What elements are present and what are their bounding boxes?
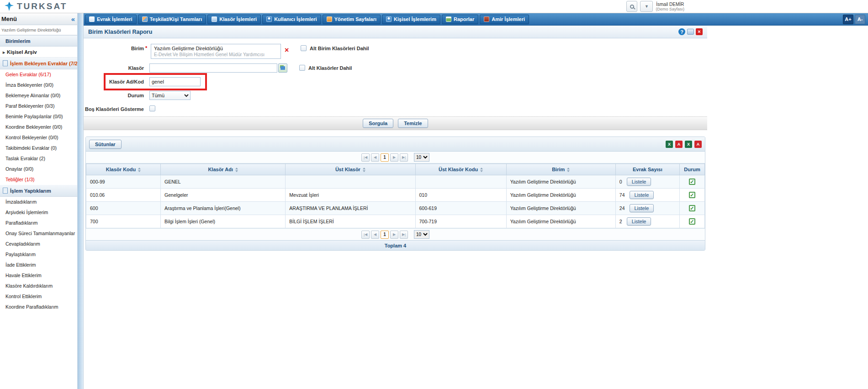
tab-amir-islemleri[interactable]: Amir İşlemleri	[480, 15, 529, 24]
sidebar-item-cevapladiklarim[interactable]: Cevapladıklarım	[0, 239, 77, 249]
last-page-button[interactable]: ▶|	[400, 231, 408, 239]
first-page-button[interactable]: |◀	[361, 231, 370, 239]
results-panel: Sütunlar X A X A |◀ ◀ 1 ▶ ▶|	[85, 137, 705, 251]
page-size-select[interactable]: 10	[414, 230, 429, 239]
user-menu-dropdown[interactable]: ▼	[640, 1, 653, 12]
tab-kisisel-islemlerim[interactable]: Kişisel İşlemlerim	[382, 15, 440, 24]
table-row: 600 Araştırma ve Planlama İşleri(Genel) …	[86, 202, 705, 215]
cell-ust-klasor-kodu: 700-719	[415, 215, 506, 228]
prev-page-button[interactable]: ◀	[371, 153, 379, 162]
page-size-select[interactable]: 10	[414, 153, 429, 162]
column-header-birim[interactable]: Birim	[506, 164, 615, 175]
sidebar-item-kontrol-ettiklerim[interactable]: Kontrol Ettiklerim	[0, 291, 77, 302]
alt-birim-checkbox[interactable]	[301, 45, 307, 51]
sidebar-item-islem-yaptiklarim[interactable]: İşlem Yaptıklarım	[0, 185, 77, 197]
sidebar-item-birimlerim[interactable]: Birimlerim	[0, 35, 77, 47]
sidebar-item-koordine-parafladiklarim[interactable]: Koordine Parafladıklarım	[0, 302, 77, 312]
sidebar-header: Menü «	[0, 13, 77, 25]
current-page-button[interactable]: 1	[381, 153, 389, 162]
content-area: Birim Klasörleri Raporu ? × Birim *	[84, 26, 707, 251]
sidebar-item-imza-bekleyenler[interactable]: İmza Bekleyenler (0/0)	[0, 80, 77, 90]
active-status-icon[interactable]	[689, 205, 695, 211]
sidebar-item-kontrol-bekleyenler[interactable]: Kontrol Bekleyenler (0/0)	[0, 132, 77, 143]
next-page-button[interactable]: ▶	[390, 153, 398, 162]
klasor-label: Klasör	[84, 63, 144, 71]
font-decrease-button[interactable]: A-	[855, 15, 865, 24]
tab-evrak-islemleri[interactable]: Evrak İşlemleri	[85, 15, 137, 24]
cell-ust-klasor: Mevzuat İşleri	[286, 189, 415, 202]
tab-yonetim-sayfalari[interactable]: Yönetim Sayfaları	[323, 15, 381, 24]
birim-clear-button[interactable]: ×	[285, 47, 289, 53]
sidebar-item-arsivdeki-islemlerim[interactable]: Arşivdeki İşlemlerim	[0, 207, 77, 218]
cell-durum	[679, 189, 704, 202]
sidebar-item-parafladiklarim[interactable]: Parafladıklarım	[0, 218, 77, 228]
listele-button[interactable]: Listele	[627, 217, 651, 226]
alt-klasor-checkbox[interactable]	[299, 65, 305, 71]
sidebar-item-takibimdeki-evraklar[interactable]: Takibimdeki Evraklar (0)	[0, 143, 77, 153]
sidebar-collapse-icon[interactable]: «	[71, 15, 75, 23]
temizle-button[interactable]: Temizle	[398, 119, 428, 128]
listele-button[interactable]: Listele	[630, 204, 654, 212]
sidebar-item-onaylar[interactable]: Onaylar (0/0)	[0, 164, 77, 174]
page-title: Birim Klasörleri Raporu	[88, 29, 152, 35]
column-header-klasor-kodu[interactable]: Klasör Kodu	[86, 164, 161, 175]
sidebar-title: Menü	[1, 16, 17, 22]
sidebar-item-beklemeye-alinanlar[interactable]: Beklemeye Alınanlar (0/0)	[0, 90, 77, 101]
listele-button[interactable]: Listele	[630, 191, 654, 199]
current-page-button[interactable]: 1	[381, 231, 389, 239]
font-increase-button[interactable]: A+	[843, 15, 853, 24]
user-info[interactable]: İsmail DEMİR (Demo Sayfası)	[656, 1, 684, 12]
sidebar-item-gelen-evraklar[interactable]: Gelen Evraklar (6/17)	[0, 69, 77, 80]
sidebar-org-label: Yazılım Geliştirme Direktörlüğü	[0, 25, 77, 35]
listele-button[interactable]: Listele	[627, 178, 651, 186]
prev-page-button[interactable]: ◀	[371, 231, 379, 239]
sidebar-item-paylastiklarim[interactable]: Paylaştıklarım	[0, 249, 77, 260]
klasor-input[interactable]	[149, 63, 277, 73]
active-status-icon[interactable]	[689, 192, 695, 198]
sidebar-item-klasore-kaldirdiklarim[interactable]: Klasöre Kaldırdıklarım	[0, 281, 77, 291]
column-header-ust-klasor[interactable]: Üst Klasör	[286, 164, 415, 175]
birim-field[interactable]: Yazılım Geliştirme Direktörlüğü E-Devlet…	[151, 44, 281, 59]
column-header-ust-klasor-kodu[interactable]: Üst Klasör Kodu	[415, 164, 506, 175]
cell-klasor-adi: GENEL	[161, 175, 286, 189]
sidebar-item-onay-sureci-tamamlanmayanlar[interactable]: Onay Süreci Tamamlanmayanlar	[0, 228, 77, 239]
sidebar-item-islem-bekleyen-evraklar[interactable]: İşlem Bekleyen Evraklar (7/25)	[0, 58, 77, 69]
tab-teskilat-kisi-tanimlari[interactable]: Teşkilat/Kişi Tanımları	[138, 15, 206, 24]
excel-export-all-icon[interactable]: X	[685, 141, 692, 148]
sidebar-item-havale-ettiklerim[interactable]: Havale Ettiklerim	[0, 270, 77, 281]
sidebar-item-kisisel-arsiv[interactable]: ▸Kişisel Arşiv	[0, 47, 77, 58]
search-button[interactable]	[626, 1, 637, 12]
sidebar-item-benimle-paylasilanlar[interactable]: Benimle Paylaşılanlar (0/0)	[0, 111, 77, 122]
sidebar-item-koordine-bekleyenler[interactable]: Koordine Bekleyenler (0/0)	[0, 122, 77, 132]
bos-klasor-checkbox[interactable]	[149, 105, 155, 111]
first-page-button[interactable]: |◀	[361, 153, 370, 162]
sorgula-button[interactable]: Sorgula	[363, 119, 393, 128]
birim-label: Birim	[84, 44, 144, 51]
active-status-icon[interactable]	[689, 179, 695, 185]
excel-export-icon[interactable]: X	[666, 141, 673, 148]
sutunlar-button[interactable]: Sütunlar	[89, 140, 122, 149]
durum-row: Durum Tümü	[84, 91, 707, 100]
active-status-icon[interactable]	[689, 218, 695, 225]
pdf-export-icon[interactable]: A	[675, 141, 683, 148]
sort-icon	[235, 168, 238, 172]
sidebar-item-tebligler[interactable]: Tebliğler (1/3)	[0, 174, 77, 185]
durum-select[interactable]: Tümü	[149, 91, 191, 100]
column-header-klasor-adi[interactable]: Klasör Adı	[161, 164, 286, 175]
last-page-button[interactable]: ▶|	[400, 153, 408, 162]
sidebar-item-iade-ettiklerim[interactable]: İade Ettiklerim	[0, 260, 77, 270]
next-page-button[interactable]: ▶	[390, 231, 398, 239]
sidebar-item-paraf-bekleyenler[interactable]: Paraf Bekleyenler (0/3)	[0, 101, 77, 111]
sidebar-item-taslak-evraklar[interactable]: Taslak Evraklar (2)	[0, 153, 77, 164]
tab-klasor-islemleri[interactable]: Klasör İşlemleri	[207, 15, 261, 24]
sidebar-item-imzaladiklarim[interactable]: İmzaladıklarım	[0, 197, 77, 207]
pdf-export-all-icon[interactable]: A	[694, 141, 702, 148]
export-icon[interactable]	[687, 29, 694, 35]
close-icon[interactable]: ×	[696, 28, 703, 35]
cell-klasor-kodu: 600	[86, 202, 161, 215]
folder-picker-button[interactable]	[278, 63, 287, 73]
tab-raporlar[interactable]: Raporlar	[442, 15, 478, 24]
klasor-ad-kod-input[interactable]	[149, 77, 201, 86]
tab-kullanici-islemleri[interactable]: Kullanıcı İşlemleri	[262, 15, 321, 24]
help-icon[interactable]: ?	[678, 28, 685, 35]
